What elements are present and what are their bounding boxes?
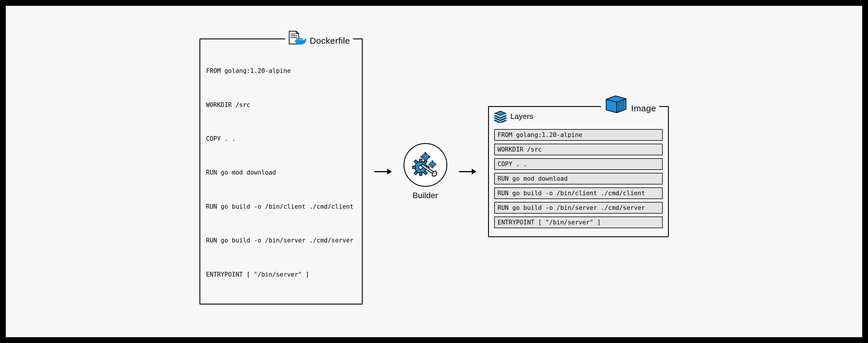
svg-point-18	[422, 154, 429, 160]
image-layers-list: FROM golang:1.20-alpine WORKDIR /src COP…	[494, 129, 663, 228]
dockerfile-line: WORKDIR /src	[206, 101, 356, 108]
svg-rect-11	[420, 173, 422, 176]
dockerfile-code: FROM golang:1.20-alpine WORKDIR /src COP…	[206, 47, 356, 299]
svg-point-24	[430, 162, 435, 167]
svg-rect-5	[300, 38, 301, 40]
svg-rect-15	[414, 171, 418, 175]
image-layer: WORKDIR /src	[494, 144, 663, 155]
svg-rect-22	[421, 156, 423, 157]
svg-rect-4	[298, 38, 300, 40]
svg-rect-28	[429, 164, 430, 165]
svg-rect-7	[302, 38, 303, 40]
builder-node: Builder	[404, 143, 447, 200]
svg-rect-17	[423, 171, 427, 175]
diagram-canvas: Dockerfile FROM golang:1.20-alpine WORKD…	[6, 6, 862, 337]
dockerfile-title: Dockerfile	[310, 36, 350, 46]
dockerfile-line: ENTRYPOINT [ "/bin/server" ]	[206, 271, 356, 278]
svg-rect-6	[298, 36, 300, 38]
image-layer: FROM golang:1.20-alpine	[494, 129, 663, 141]
svg-rect-10	[420, 159, 422, 162]
svg-rect-21	[425, 159, 426, 161]
layers-label: Layers	[510, 112, 533, 121]
svg-point-9	[419, 165, 423, 169]
image-layer: RUN go build -o /bin/server ./cmd/server	[494, 202, 663, 214]
svg-point-8	[415, 161, 427, 173]
dockerfile-panel: Dockerfile FROM golang:1.20-alpine WORKD…	[199, 38, 363, 305]
svg-rect-30	[421, 164, 435, 174]
svg-rect-13	[426, 166, 429, 168]
dockerfile-whale-icon	[288, 31, 307, 46]
dockerfile-line: COPY . .	[206, 135, 356, 142]
svg-rect-23	[428, 156, 430, 157]
image-layer: RUN go mod download	[494, 173, 663, 184]
arrow-right-icon	[459, 169, 476, 175]
arrow-right-icon	[374, 169, 392, 175]
svg-rect-12	[412, 166, 415, 168]
svg-rect-20	[425, 152, 426, 154]
image-layer: COPY . .	[494, 158, 663, 170]
image-layer: RUN go build -o /bin/client ./cmd/client	[494, 187, 663, 199]
dockerfile-line: FROM golang:1.20-alpine	[206, 67, 356, 74]
dockerfile-line: RUN go build -o /bin/server ./cmd/server	[206, 237, 356, 244]
image-panel: Image Layers FROM golan	[488, 106, 669, 237]
builder-label: Builder	[412, 191, 438, 200]
svg-rect-14	[423, 160, 427, 163]
svg-rect-29	[435, 164, 436, 165]
svg-rect-26	[432, 161, 433, 162]
image-title: Image	[631, 103, 656, 113]
svg-rect-27	[432, 167, 433, 168]
svg-point-19	[424, 156, 426, 158]
dockerfile-line: RUN go mod download	[206, 169, 356, 176]
svg-rect-16	[414, 160, 418, 163]
layers-stack-icon	[494, 111, 507, 123]
image-layer: ENTRYPOINT [ "/bin/server" ]	[494, 217, 663, 228]
dockerfile-line: RUN go build -o /bin/client ./cmd/client	[206, 203, 356, 210]
container-box-icon	[604, 94, 628, 113]
gears-wrench-icon	[411, 150, 440, 180]
svg-rect-3	[296, 38, 298, 40]
svg-point-25	[432, 163, 433, 165]
